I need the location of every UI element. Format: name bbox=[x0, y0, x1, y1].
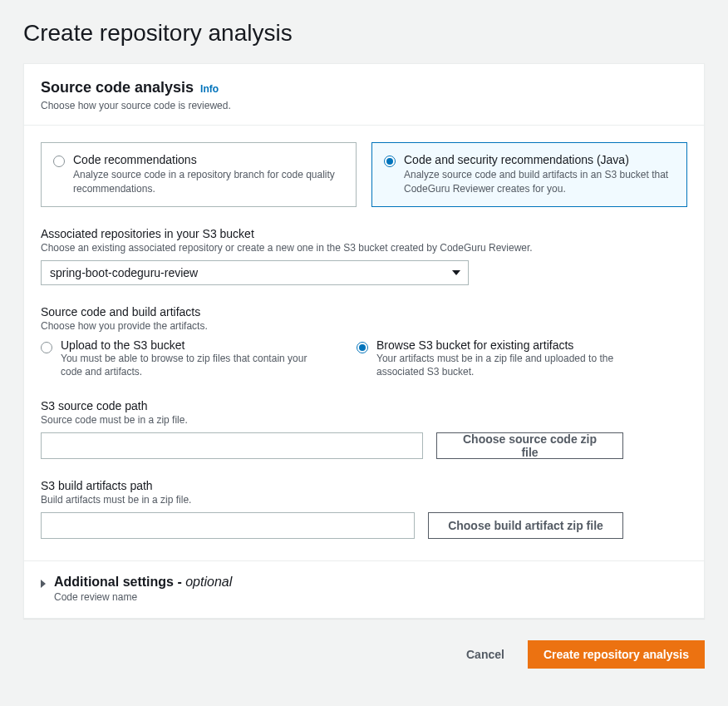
source-path-label: S3 source code path bbox=[41, 399, 687, 412]
radio-desc: You must be able to browse to zip files … bbox=[61, 352, 323, 380]
panel-title: Source code analysis bbox=[41, 79, 194, 96]
option-upload-s3[interactable]: Upload to the S3 bucket You must be able… bbox=[41, 338, 323, 380]
option-desc: Analyze source code in a repository bran… bbox=[73, 168, 344, 196]
assoc-repo-label: Associated repositories in your S3 bucke… bbox=[41, 227, 687, 240]
option-title: Code recommendations bbox=[73, 153, 344, 166]
choose-source-zip-button[interactable]: Choose source code zip file bbox=[436, 432, 623, 459]
radio-title: Browse S3 bucket for existing artifacts bbox=[376, 338, 639, 352]
choose-build-zip-button[interactable]: Choose build artifact zip file bbox=[428, 512, 623, 539]
cancel-button[interactable]: Cancel bbox=[453, 640, 518, 669]
panel-subtitle: Choose how your source code is reviewed. bbox=[41, 100, 687, 111]
option-code-recommendations[interactable]: Code recommendations Analyze source code… bbox=[41, 142, 357, 207]
action-bar: Cancel Create repository analysis bbox=[23, 640, 705, 669]
artifacts-source-options: Upload to the S3 bucket You must be able… bbox=[41, 338, 687, 380]
option-browse-s3[interactable]: Browse S3 bucket for existing artifacts … bbox=[357, 338, 639, 380]
option-desc: Analyze source code and build artifacts … bbox=[404, 168, 675, 196]
build-path-input[interactable] bbox=[41, 512, 415, 539]
radio-title: Upload to the S3 bucket bbox=[61, 338, 323, 352]
radio-icon bbox=[357, 342, 368, 353]
chevron-down-icon bbox=[452, 270, 460, 275]
assoc-repo-desc: Choose an existing associated repository… bbox=[41, 242, 687, 254]
additional-title-text: Additional settings - bbox=[54, 575, 185, 589]
panel-header: Source code analysis Info Choose how you… bbox=[24, 64, 704, 126]
additional-settings-toggle[interactable]: Additional settings - optional Code revi… bbox=[24, 560, 704, 618]
source-path-input[interactable] bbox=[41, 432, 423, 459]
source-path-desc: Source code must be in a zip file. bbox=[41, 414, 687, 426]
create-analysis-button[interactable]: Create repository analysis bbox=[528, 640, 705, 669]
artifacts-source-desc: Choose how you provide the artifacts. bbox=[41, 320, 687, 332]
page-title: Create repository analysis bbox=[23, 20, 705, 47]
source-code-analysis-panel: Source code analysis Info Choose how you… bbox=[23, 63, 705, 619]
radio-icon bbox=[384, 156, 396, 167]
option-code-security-recommendations[interactable]: Code and security recommendations (Java)… bbox=[371, 142, 687, 207]
caret-right-icon bbox=[41, 580, 46, 588]
additional-optional-text: optional bbox=[185, 575, 232, 589]
assoc-repo-select[interactable]: spring-boot-codeguru-review bbox=[41, 260, 469, 285]
radio-icon bbox=[41, 342, 52, 353]
additional-settings-title: Additional settings - optional bbox=[54, 575, 232, 590]
radio-icon bbox=[53, 156, 65, 167]
additional-settings-sub: Code review name bbox=[54, 591, 232, 603]
artifacts-source-label: Source code and build artifacts bbox=[41, 305, 687, 318]
build-path-label: S3 build artifacts path bbox=[41, 479, 687, 492]
info-link[interactable]: Info bbox=[200, 83, 219, 95]
build-path-desc: Build artifacts must be in a zip file. bbox=[41, 494, 687, 506]
radio-desc: Your artifacts must be in a zip file and… bbox=[376, 352, 639, 380]
analysis-type-options: Code recommendations Analyze source code… bbox=[41, 142, 687, 207]
select-value: spring-boot-codeguru-review bbox=[41, 260, 469, 285]
option-title: Code and security recommendations (Java) bbox=[404, 153, 675, 166]
